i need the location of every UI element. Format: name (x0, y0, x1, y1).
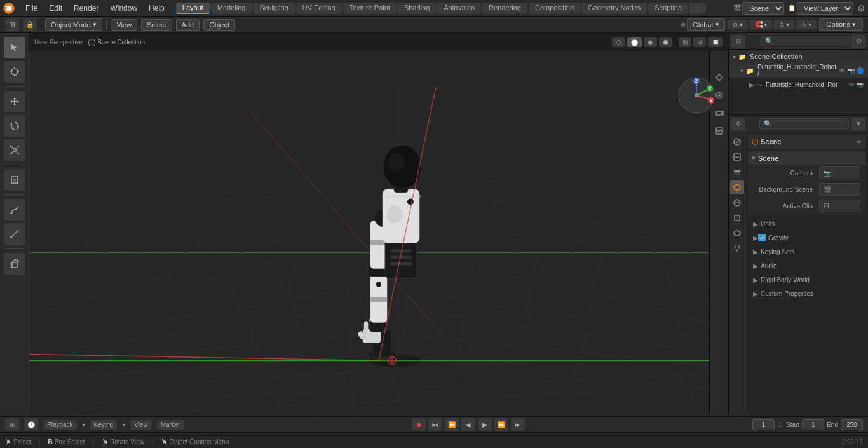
axis-widget[interactable]: Z X Y (677, 76, 715, 114)
play-forward-btn[interactable]: ▶ (478, 418, 492, 431)
annotate-btn[interactable] (4, 199, 25, 221)
measure-btn[interactable] (4, 223, 25, 245)
select-tool-btn[interactable] (4, 37, 25, 58)
menu-file[interactable]: File (20, 3, 43, 14)
options-btn[interactable]: Options ▾ (819, 18, 863, 31)
start-frame-input[interactable] (802, 419, 824, 430)
transform-tool-btn[interactable] (4, 169, 25, 191)
pivot-btn[interactable]: ⊙ ▾ (728, 20, 748, 29)
rendered-btn[interactable]: ⬢ (659, 37, 672, 47)
marker-menu[interactable]: Marker (157, 420, 184, 430)
modifier-props-icon[interactable] (730, 226, 744, 240)
scale-tool-btn[interactable] (4, 139, 25, 161)
step-forward-btn[interactable]: ⏩ (494, 418, 508, 431)
output-props-icon[interactable] (730, 150, 744, 164)
viewport-img-btn[interactable] (712, 123, 727, 139)
tab-shading[interactable]: Shading (398, 3, 436, 14)
scene-subsection-header[interactable]: ▾ Scene (748, 151, 865, 165)
scene-header-edit-icon[interactable]: ✏ (857, 139, 862, 146)
record-btn[interactable]: ⏺ (412, 418, 426, 431)
play-reverse-btn[interactable]: ◀ (461, 418, 475, 431)
cursor-tool-btn[interactable] (4, 61, 25, 83)
step-back-btn[interactable]: ⏪ (445, 418, 459, 431)
wireframe-btn[interactable]: ⬡ (612, 37, 625, 47)
camera-icon[interactable]: 📷 (847, 67, 855, 74)
select-menu[interactable]: Select (141, 19, 172, 31)
background-scene-value[interactable]: 🎬 (819, 183, 860, 196)
tab-add[interactable]: + (689, 3, 706, 14)
tab-scripting[interactable]: Scripting (648, 3, 688, 14)
playback-menu[interactable]: Playback (43, 420, 77, 430)
object-mode-dropdown[interactable]: Object Mode ▾ (45, 18, 102, 31)
add-cube-btn[interactable] (4, 253, 25, 275)
keying-menu[interactable]: Keying (90, 420, 118, 430)
view-menu[interactable]: View (111, 19, 137, 31)
current-frame-input[interactable] (752, 419, 775, 430)
camera-value[interactable]: 📷 (819, 166, 860, 179)
mesh-eye-icon[interactable]: 👁 (848, 81, 855, 88)
properties-search-input[interactable] (759, 118, 849, 129)
properties-editor-icon[interactable]: ⚙ (731, 118, 745, 130)
move-tool-btn[interactable] (4, 91, 25, 112)
rotate-tool-btn[interactable] (4, 115, 25, 137)
active-clip-value[interactable]: 🎞 (819, 200, 860, 212)
view-layer-selector[interactable]: View Layer (797, 2, 853, 15)
custom-properties-collapsible[interactable]: ▶ Custom Properties (748, 287, 865, 301)
material-btn[interactable]: ◉ (644, 37, 657, 47)
filter-icon[interactable]: ⚙ (857, 3, 865, 13)
eye-icon[interactable]: 👁 (839, 67, 845, 74)
particles-props-icon[interactable] (730, 241, 744, 255)
jump-end-btn[interactable]: ⏭ (511, 418, 525, 431)
viewport-3d[interactable]: User Perspective (1) Scene Collection ⬡ … (29, 33, 728, 416)
tab-layout[interactable]: Layout (176, 3, 210, 14)
snapping-btn[interactable]: 🔲 (708, 37, 723, 47)
proportional-btn[interactable]: ⊙ ▾ (774, 20, 794, 29)
end-frame-input[interactable] (841, 419, 863, 430)
tab-texture-paint[interactable]: Texture Paint (343, 3, 397, 14)
render-icon[interactable]: 🔵 (857, 67, 864, 74)
mesh-camera-icon[interactable]: 📷 (857, 81, 864, 88)
outliner-search-input[interactable] (761, 36, 850, 46)
keying-sets-collapsible[interactable]: ▶ Keying Sets (748, 245, 865, 259)
outliner-scene-collection[interactable]: ▾ 📁 Scene Collection (729, 50, 868, 64)
view-menu[interactable]: View (130, 420, 152, 430)
view-layer-props-icon[interactable] (730, 165, 744, 179)
object-menu[interactable]: Object (203, 19, 235, 31)
menu-render[interactable]: Render (69, 3, 104, 14)
gizmo-btn[interactable]: ⊛ (693, 37, 706, 47)
tab-compositing[interactable]: Compositing (529, 3, 580, 14)
tab-rendering[interactable]: Rendering (482, 3, 527, 14)
scene-selector[interactable]: Scene (742, 2, 784, 15)
gravity-collapsible[interactable]: ▶ ✓ Gravity (748, 231, 865, 245)
timeline-editor-icon[interactable]: ⊞ (5, 418, 19, 431)
viewport-lock-icon[interactable]: 🔒 (23, 18, 37, 31)
outliner-robot-mesh[interactable]: ▶ ⤳ Futuristic_Humanoid_Rot 👁 📷 (729, 78, 868, 92)
menu-window[interactable]: Window (105, 3, 142, 14)
object-props-icon[interactable] (730, 211, 744, 225)
render-props-icon[interactable] (730, 135, 744, 149)
scene-header[interactable]: ⬡ Scene ✏ (748, 135, 865, 149)
rigid-body-world-collapsible[interactable]: ▶ Rigid Body World (748, 273, 865, 287)
solid-btn[interactable]: ⬤ (627, 37, 642, 47)
menu-edit[interactable]: Edit (44, 3, 67, 14)
snap-btn[interactable]: 🧲 ▾ (750, 20, 773, 29)
tab-modeling[interactable]: Modeling (211, 3, 252, 14)
timeline-clock-icon[interactable]: 🕐 (24, 418, 38, 431)
overlay-btn[interactable]: ⊠ (679, 37, 691, 47)
outliner-filter-btn[interactable]: ⚙ (851, 35, 865, 48)
jump-start-btn[interactable]: ⏮ (428, 418, 442, 431)
editor-type-icon[interactable]: ⊞ (5, 18, 19, 31)
outliner-robot-collection[interactable]: ▾ 📁 Futuristic_Humanoid_Robot / 👁 📷 🔵 (729, 64, 868, 78)
menu-help[interactable]: Help (144, 3, 170, 14)
tab-uv-editing[interactable]: UV Editing (296, 3, 342, 14)
falloff-btn[interactable]: ∿ ▾ (796, 20, 817, 29)
tab-sculpting[interactable]: Sculpting (253, 3, 294, 14)
properties-filter-btn[interactable]: ▼ (851, 118, 865, 130)
world-props-icon[interactable] (730, 196, 744, 210)
blender-logo[interactable] (3, 2, 15, 15)
scene-props-icon[interactable] (730, 180, 744, 194)
add-menu[interactable]: Add (176, 19, 200, 31)
tab-geometry-nodes[interactable]: Geometry Nodes (581, 3, 647, 14)
tab-animation[interactable]: Animation (437, 3, 481, 14)
gravity-checkbox[interactable]: ✓ (758, 234, 766, 241)
